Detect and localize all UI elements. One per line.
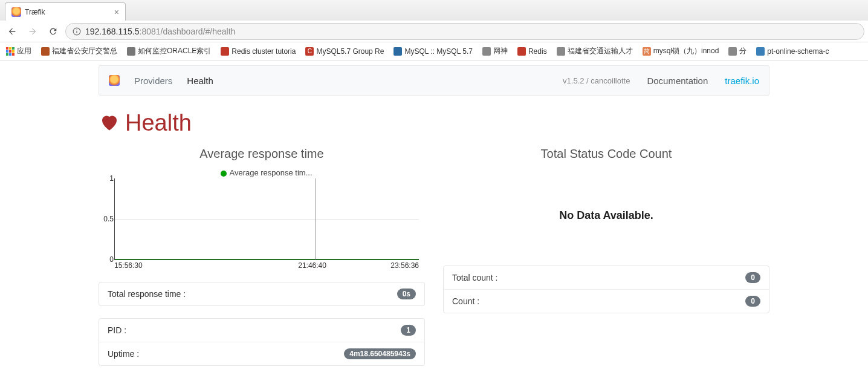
bookmark-item[interactable]: 福建省交通运输人才	[554, 45, 635, 57]
y-axis-labels: 1 0.5 0	[100, 178, 114, 259]
browser-tab[interactable]: Træfik ×	[5, 2, 126, 21]
url-port: :8081	[140, 27, 161, 36]
stat-row-count: Count : 0	[444, 289, 769, 313]
chart-legend: Average response tim...	[114, 168, 419, 177]
bookmark-item[interactable]: CMySQL5.7 Group Re	[303, 46, 386, 57]
bookmark-icon	[221, 47, 229, 56]
bookmark-item[interactable]: Redis cluster tutoria	[218, 46, 298, 57]
bookmark-item[interactable]: 分	[726, 45, 749, 57]
favicon-icon	[11, 7, 21, 17]
x-axis-labels: 15:56:30 21:46:40 23:56:36	[114, 261, 419, 270]
heart-icon	[99, 111, 120, 135]
nav-providers[interactable]: Providers	[134, 76, 172, 86]
count-card: Total count : 0 Count : 0	[443, 266, 769, 313]
bookmark-item[interactable]: Redis	[515, 46, 549, 57]
bookmark-label: pt-online-schema-c	[767, 47, 829, 56]
url-host: 192.168.115.5	[85, 27, 140, 36]
stat-row-pid: PID : 1	[99, 319, 424, 342]
browser-toolbar: 192.168.115.5:8081/dashboard/#/health	[0, 21, 868, 42]
page-content: Providers Health v1.5.2 / cancoillotte D…	[0, 65, 868, 366]
site-info-icon[interactable]	[72, 27, 82, 36]
bookmark-label: 如何监控ORACLE索引	[138, 46, 211, 56]
reload-button[interactable]	[45, 23, 62, 40]
stat-label: Total response time :	[108, 289, 397, 299]
y-tick: 1	[109, 174, 114, 183]
bookmark-icon	[557, 47, 565, 56]
bookmark-icon	[41, 47, 50, 56]
chart-left-title: Average response time	[99, 147, 425, 161]
bookmark-icon	[127, 47, 135, 56]
documentation-link[interactable]: Documentation	[647, 76, 708, 86]
bookmark-label: 分	[739, 46, 747, 56]
apps-label: 应用	[17, 46, 31, 56]
bookmark-icon: 简	[643, 47, 651, 56]
back-button[interactable]	[4, 23, 21, 40]
bookmark-icon	[482, 47, 491, 56]
brand-icon[interactable]	[109, 75, 120, 86]
bookmark-item[interactable]: 简mysql锁（九）innod	[640, 45, 722, 57]
svg-rect-1	[76, 30, 77, 33]
no-data-label: No Data Available.	[443, 209, 769, 222]
page-heading: Health	[125, 110, 192, 136]
app-navbar: Providers Health v1.5.2 / cancoillotte D…	[99, 65, 769, 96]
left-column: Average response time Average response t…	[99, 147, 425, 366]
bookmark-icon	[517, 47, 526, 56]
legend-text: Average response tim...	[229, 168, 312, 177]
response-time-card: Total response time : 0s	[99, 282, 425, 306]
bookmark-label: Redis cluster tutoria	[232, 47, 296, 56]
page-title: Health	[99, 110, 769, 136]
stat-row-total-count: Total count : 0	[444, 266, 769, 289]
series-line	[115, 259, 419, 259]
bookmark-icon	[756, 47, 765, 56]
traefik-io-link[interactable]: traefik.io	[725, 76, 759, 86]
chart-right-title: Total Status Code Count	[443, 147, 769, 161]
browser-chrome: Træfik × 192.168.115.5:8081/dashboard/#/…	[0, 0, 868, 60]
bookmark-label: Redis	[528, 47, 547, 56]
forward-button	[24, 23, 41, 40]
apps-icon	[6, 47, 15, 56]
stat-label: Total count :	[452, 273, 745, 282]
process-card: PID : 1 Uptime : 4m18.650485943s	[99, 318, 425, 366]
bookmark-item[interactable]: 如何监控ORACLE索引	[125, 45, 213, 57]
y-tick: 0	[109, 255, 114, 264]
y-tick: 0.5	[103, 215, 114, 223]
status-badge: 0s	[397, 289, 416, 299]
bookmark-label: MySQL5.7 Group Re	[316, 47, 384, 56]
stat-label: Uptime :	[108, 349, 344, 359]
bookmark-icon: C	[305, 47, 314, 56]
bookmark-icon	[728, 47, 737, 56]
bookmark-icon	[394, 47, 402, 56]
status-badge: 4m18.650485943s	[344, 348, 416, 359]
x-tick: 21:46:40	[298, 261, 326, 270]
bookmark-item[interactable]: 福建省公安厅交警总	[39, 45, 120, 57]
bookmark-label: MySQL :: MySQL 5.7	[404, 47, 472, 56]
bookmark-item[interactable]: 网神	[480, 45, 510, 57]
status-badge: 0	[745, 296, 760, 307]
cursor-line	[316, 178, 316, 259]
x-tick: 23:56:36	[390, 261, 419, 270]
x-tick: 15:56:30	[114, 261, 143, 270]
svg-rect-2	[76, 29, 77, 30]
chart-plot-area[interactable]: 1 0.5 0	[114, 178, 419, 260]
bookmark-item[interactable]: pt-online-schema-c	[754, 46, 831, 57]
bookmark-label: mysql锁（九）innod	[653, 46, 719, 56]
url-bar[interactable]: 192.168.115.5:8081/dashboard/#/health	[65, 23, 864, 40]
tab-title: Træfik	[25, 8, 45, 16]
close-icon[interactable]: ×	[114, 7, 119, 17]
bookmarks-bar: 应用 福建省公安厅交警总 如何监控ORACLE索引 Redis cluster …	[0, 42, 868, 60]
right-column: Total Status Code Count No Data Availabl…	[443, 147, 769, 366]
legend-dot-icon	[221, 171, 227, 177]
stat-label: Count :	[452, 296, 745, 306]
bookmark-item[interactable]: MySQL :: MySQL 5.7	[391, 46, 474, 57]
apps-button[interactable]: 应用	[4, 45, 34, 57]
stat-row-total-response-time: Total response time : 0s	[99, 282, 424, 305]
stat-row-uptime: Uptime : 4m18.650485943s	[99, 342, 424, 365]
status-badge: 1	[401, 325, 416, 336]
bookmark-label: 网神	[493, 46, 508, 56]
nav-health[interactable]: Health	[187, 76, 213, 86]
bookmark-label: 福建省交通运输人才	[568, 46, 633, 56]
url-path: /dashboard/#/health	[161, 27, 236, 36]
status-badge: 0	[745, 272, 760, 283]
tab-strip: Træfik ×	[0, 0, 868, 21]
chart-left: Average response tim... 1 0.5 0 15:56	[99, 168, 425, 270]
